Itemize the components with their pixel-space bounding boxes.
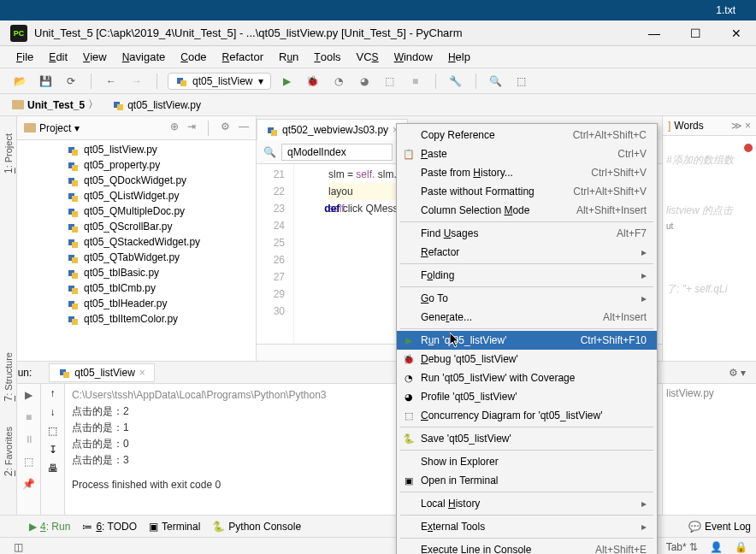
rerun-button[interactable]: ▶ — [21, 387, 37, 403]
menu-navigate[interactable]: Navigate — [116, 48, 172, 66]
run-config-combo[interactable]: qt05_listView ▾ — [168, 73, 271, 90]
menu-edit[interactable]: Edit — [43, 48, 74, 66]
python-icon — [67, 221, 79, 233]
ctx-paste-nofmt[interactable]: Paste without FormattingCtrl+Alt+Shift+V — [397, 182, 657, 201]
maximize-button[interactable]: ☐ — [676, 21, 715, 46]
ctx-concurrency[interactable]: ⬚Concurrency Diagram for 'qt05_listView' — [397, 406, 657, 425]
ctx-paste[interactable]: 📋PasteCtrl+V — [397, 144, 657, 163]
menu-vcs[interactable]: VCS — [351, 48, 385, 66]
ctx-save[interactable]: 🐍Save 'qt05_listView' — [397, 429, 657, 448]
structure-tool-button[interactable]: 7: Structure — [3, 352, 15, 401]
ctx-profile[interactable]: ◕Profile 'qt05_listView' — [397, 387, 657, 406]
wrench-icon[interactable]: 🔧 — [446, 72, 465, 91]
ctx-exec-line[interactable]: Execute Line in ConsoleAlt+Shift+E — [397, 540, 657, 554]
close-window-button[interactable]: ✕ — [717, 21, 756, 46]
close-tab-icon[interactable]: × — [139, 367, 145, 379]
layout-icon[interactable]: ⬚ — [21, 454, 37, 469]
sb-todo[interactable]: ≔ 6: TODO — [82, 521, 137, 533]
menu-file[interactable]: File — [10, 48, 39, 66]
menu-tools[interactable]: Tools — [308, 48, 346, 66]
sb-terminal[interactable]: ▣ Terminal — [149, 521, 200, 533]
ctx-external-tools[interactable]: External Tools▸ — [397, 517, 657, 536]
inspector-icon[interactable]: 👤 — [710, 541, 723, 553]
coverage-button[interactable]: ◔ — [329, 72, 348, 91]
ctx-find-usages[interactable]: Find UsagesAlt+F7 — [397, 224, 657, 243]
ctx-local-history[interactable]: Local History▸ — [397, 494, 657, 513]
run-config-label: qt05_listView — [192, 75, 253, 87]
concurrency-button[interactable]: ⬚ — [381, 72, 399, 91]
ctx-copy-reference[interactable]: Copy ReferenceCtrl+Alt+Shift+C — [397, 126, 657, 144]
terminal-icon: ▣ — [402, 474, 416, 487]
open-button[interactable]: 📂 — [10, 72, 29, 91]
menu-run[interactable]: Run — [273, 48, 304, 66]
sb-window-icon[interactable]: ◫ — [14, 541, 23, 553]
ctx-run[interactable]: ▶Run 'qt05_listView'Ctrl+Shift+F10 — [397, 331, 657, 350]
favorites-tool-button[interactable]: 2: Favorites — [3, 427, 15, 476]
ctx-debug[interactable]: 🐞Debug 'qt05_listView' — [397, 350, 657, 368]
sb-eventlog[interactable]: 💬 Event Log — [688, 521, 751, 533]
error-indicator-icon[interactable] — [744, 144, 753, 152]
stop-button[interactable]: ■ — [406, 72, 425, 91]
outer-os-titlebar: 1.txt — [0, 0, 756, 21]
ctx-folding[interactable]: Folding▸ — [397, 266, 657, 285]
ctx-generate[interactable]: Generate...Alt+Insert — [397, 308, 657, 327]
menu-help[interactable]: Help — [442, 48, 476, 66]
tree-item: qt05_property.py — [17, 157, 256, 173]
minimize-button[interactable]: — — [635, 21, 674, 46]
search-everywhere-button[interactable]: 🔍 — [487, 72, 505, 91]
pycharm-icon: PC — [10, 25, 27, 42]
menu-window[interactable]: Window — [388, 48, 439, 66]
forward-button[interactable]: → — [127, 72, 146, 91]
concurrency-icon: ⬚ — [402, 409, 416, 422]
tree-item: qt05_QScrollBar.py — [17, 219, 256, 234]
tree-item: qt05_tblItemColor.py — [17, 311, 256, 327]
profile-button[interactable]: ◕ — [355, 72, 374, 91]
sync-button[interactable]: ⟳ — [62, 72, 80, 91]
project-tree[interactable]: qt05_listView.py qt05_property.py qt05_Q… — [17, 140, 256, 361]
sb-pyconsole[interactable]: 🐍 Python Console — [212, 521, 301, 533]
gear-icon[interactable]: ⚙ — [221, 121, 230, 136]
coverage-icon: ◔ — [402, 371, 416, 385]
structure-toolbar-button[interactable]: ⬚ — [512, 72, 531, 91]
python-icon — [67, 267, 79, 279]
ctx-refactor[interactable]: Refactor▸ — [397, 243, 657, 262]
scroll-icon[interactable]: ↧ — [49, 444, 57, 456]
sb-run[interactable]: ▶ 4: Run — [29, 521, 70, 533]
run-button[interactable]: ▶ — [278, 72, 297, 91]
collapse-icon[interactable]: ⇥ — [187, 121, 196, 136]
wrap-icon[interactable]: ⬚ — [48, 425, 57, 437]
right-tab[interactable]: ]Words≫ × — [663, 116, 756, 136]
ctx-coverage[interactable]: ◔Run 'qt05_listView' with Coverage — [397, 368, 657, 387]
up-icon[interactable]: ↑ — [50, 387, 56, 399]
menu-view[interactable]: View — [77, 48, 113, 66]
save-button[interactable]: 💾 — [36, 72, 55, 91]
python-icon — [67, 313, 79, 325]
ctx-goto[interactable]: Go To▸ — [397, 289, 657, 308]
stop-button[interactable]: ■ — [21, 410, 37, 425]
gear-icon[interactable]: ⚙ ▾ — [729, 367, 746, 379]
run-tab[interactable]: qt05_listView × — [49, 363, 155, 382]
editor-tab[interactable]: qt502_webviewJs03.py × — [257, 119, 408, 140]
print-icon[interactable]: 🖶 — [48, 463, 58, 474]
breadcrumb-project[interactable]: Unit_Test_5 〉 — [7, 96, 103, 114]
debug-button[interactable]: 🐞 — [304, 72, 322, 91]
ctx-show-explorer[interactable]: Show in Explorer — [397, 452, 657, 471]
ctx-open-terminal[interactable]: ▣Open in Terminal — [397, 471, 657, 490]
indent-label[interactable]: Tab* ⇅ — [666, 541, 698, 553]
tree-item: qt05_listView.py — [17, 142, 256, 157]
project-tool-button[interactable]: 1: Project — [3, 133, 15, 174]
pin-icon[interactable]: 📌 — [21, 476, 37, 492]
pause-icon[interactable]: ⏸ — [21, 432, 37, 447]
down-icon[interactable]: ↓ — [50, 406, 56, 418]
lock-icon[interactable]: 🔒 — [735, 541, 747, 553]
back-button[interactable]: ← — [102, 72, 121, 91]
project-panel-title[interactable]: Project ▾ — [24, 122, 80, 134]
menu-refactor[interactable]: Refactor — [216, 48, 269, 66]
search-input[interactable]: qModelIndex — [281, 144, 393, 161]
scroll-to-icon[interactable]: ⊕ — [170, 121, 179, 136]
hide-icon[interactable]: — — [239, 121, 249, 136]
menu-code[interactable]: Code — [174, 48, 212, 66]
breadcrumb-file[interactable]: qt05_listView.py — [107, 97, 206, 113]
ctx-column-select[interactable]: Column Selection ModeAlt+Shift+Insert — [397, 201, 657, 220]
ctx-paste-history[interactable]: Paste from History...Ctrl+Shift+V — [397, 163, 657, 182]
